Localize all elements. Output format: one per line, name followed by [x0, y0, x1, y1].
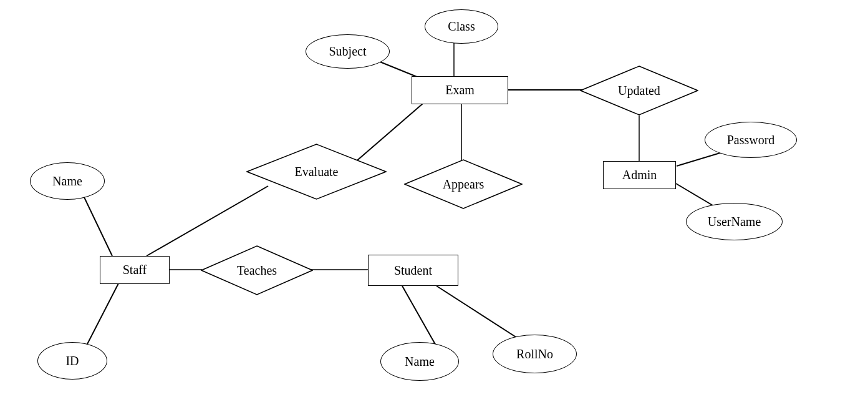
- relationship-label: Evaluate: [295, 165, 339, 179]
- svg-line-6: [677, 149, 735, 166]
- svg-line-13: [402, 286, 436, 346]
- relationship-updated: Updated: [580, 66, 698, 115]
- svg-line-1: [369, 57, 422, 79]
- relationship-label: Teaches: [237, 263, 277, 278]
- relationship-label: Appears: [443, 177, 485, 192]
- svg-line-7: [676, 184, 730, 215]
- relationship-label: Updated: [618, 84, 660, 98]
- er-diagram: Class Subject Name ID Name RollNo Passwo…: [0, 0, 868, 417]
- svg-line-14: [436, 286, 526, 343]
- relationship-appears: Appears: [404, 159, 523, 209]
- svg-line-11: [84, 197, 112, 256]
- svg-line-12: [86, 283, 118, 346]
- relationship-evaluate: Evaluate: [246, 144, 387, 200]
- relationship-teaches: Teaches: [201, 245, 313, 295]
